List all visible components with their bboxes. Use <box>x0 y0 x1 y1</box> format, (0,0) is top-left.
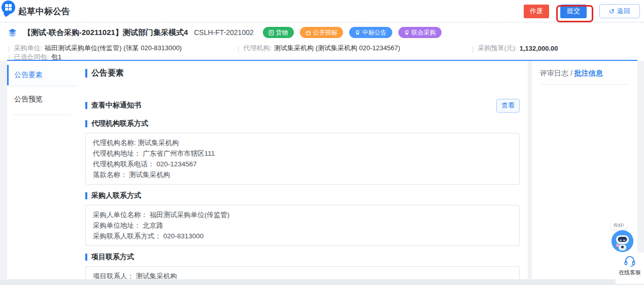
tag-goods: 货物 <box>263 27 294 38</box>
project-contact-box: 项目联系人： 测试集采机构 联系电话： 020-1234567 <box>85 266 520 279</box>
agency-info: | 代理机构: 测试集采机构 (测试集采机构 020-1234567) <box>238 44 400 53</box>
void-button[interactable]: 作废 <box>524 5 549 18</box>
agency-name-line: 代理机构名称: 测试集采机构 <box>93 137 512 148</box>
back-button[interactable]: ↺ 返回 <box>599 4 640 18</box>
award-notice-title: 查看中标通知书 <box>85 101 141 110</box>
purchaser-phone-line: 采购联系人联系方式： 020-8313000 <box>93 231 512 241</box>
purchaser-contact-section: 采购人联系方式 采购人单位名称： 福田测试采购单位(传监管) 采购单位地址： 北… <box>85 191 520 246</box>
purchaser-value: 福田测试采购单位(传监管) (张某 020-8313000) <box>45 44 182 53</box>
announcement-icon <box>355 30 360 35</box>
tag-award-notice: 中标公告 <box>349 27 392 38</box>
heading-accent-bar <box>85 69 87 78</box>
announcement-icon <box>404 30 410 35</box>
greeting-bubble: 你好! <box>611 221 627 230</box>
purchaser-contact-title: 采购人联系方式 <box>91 191 141 200</box>
project-contact-title: 项目联系方式 <box>91 253 134 262</box>
agency-contact-box: 代理机构名称: 测试集采机构 代理机构地址： 广东省广州市市辖区111 代理机构… <box>85 133 520 185</box>
project-contact-section: 项目联系方式 项目联系人： 测试集采机构 联系电话： 020-1234567 <box>85 253 520 279</box>
project-tags: 货物 公开招标 中标公告 联合采购 <box>263 27 442 38</box>
project-contact-line: 项目联系人： 测试集采机构 <box>93 271 512 279</box>
purchaser-info: | 采购单位: 福田测试采购单位(传监管) (张某 020-8313000) <box>8 44 182 53</box>
top-header: 起草中标公告 作废 提交 ↺ 返回 <box>0 0 644 22</box>
purchaser-address-line: 采购单位地址： 北京路 <box>93 220 512 231</box>
project-code: CSLH-FT-2021002 <box>194 28 254 37</box>
agency-address-line: 代理机构地址： 广东省广州市市辖区111 <box>93 148 512 159</box>
review-log-label[interactable]: 评审日志 <box>540 69 568 77</box>
back-button-label: 返回 <box>617 7 630 16</box>
purchaser-name-line: 采购人单位名称： 福田测试采购单位(传监管) <box>93 209 512 220</box>
agency-label: 代理机构: <box>243 44 272 53</box>
purchaser-label: 采购单位: <box>14 44 42 53</box>
project-name: 【测试-联合采购-20211021】测试部门集采模式4 <box>23 28 188 38</box>
tab-announcement-elements[interactable]: 公告要素 <box>7 65 77 85</box>
annotation-info-link[interactable]: 批注信息 <box>574 69 603 77</box>
bottom-scrollbar-track[interactable] <box>0 280 644 285</box>
agency-contact-title: 代理机构联系方式 <box>91 119 148 128</box>
sidebar-divider <box>13 115 71 115</box>
budget-value: 1,132,000.00 <box>520 45 558 52</box>
tab-announcement-preview[interactable]: 公告预览 <box>7 89 77 110</box>
page-title: 起草中标公告 <box>18 6 70 17</box>
left-sidebar: 公告要素 公告预览 <box>7 61 77 279</box>
review-log-header: 评审日志 / 批注信息 <box>540 69 629 78</box>
back-arrow-icon: ↺ <box>609 8 615 15</box>
layers-icon <box>8 28 17 37</box>
tag-joint-procurement: 联合采购 <box>398 27 442 38</box>
app-menu-bubble-icon[interactable] <box>2 1 15 14</box>
agency-value: 测试集采机构 (测试集采机构 020-1234567) <box>274 44 400 53</box>
project-banner: 【测试-联合采购-20211021】测试部门集采模式4 CSLH-FT-2021… <box>0 23 644 61</box>
document-icon <box>268 30 274 35</box>
tag-open-tender: 公开招标 <box>300 27 343 38</box>
headset-icon <box>624 256 636 267</box>
online-service-card[interactable]: 在线客服 <box>616 253 644 284</box>
submit-button[interactable]: 提交 <box>560 5 587 18</box>
content-heading: 公告要素 <box>85 68 520 79</box>
main-content: 公告要素 查看中标通知书 查看 代理机构联系方式 代理机构名称: 测试集采机构 … <box>77 61 528 279</box>
header-buttons: 作废 提交 ↺ 返回 <box>524 0 640 22</box>
basket-icon <box>306 30 311 35</box>
panel-divider <box>540 84 629 85</box>
award-notice-row: 查看中标通知书 查看 <box>85 98 520 113</box>
budget-label: 采购预算(元): <box>478 44 517 53</box>
view-notice-button[interactable]: 查看 <box>496 99 520 113</box>
budget-info: | 采购预算(元): 1,132,000.00 <box>472 44 558 53</box>
purchaser-contact-box: 采购人单位名称： 福田测试采购单位(传监管) 采购单位地址： 北京路 采购联系人… <box>85 205 520 246</box>
online-service-label: 在线客服 <box>619 269 641 276</box>
agency-contact-section: 代理机构联系方式 代理机构名称: 测试集采机构 代理机构地址： 广东省广州市市辖… <box>85 119 520 185</box>
agency-signoff-line: 落款名称： 测试集采机构 <box>93 169 512 180</box>
robot-assistant-icon[interactable] <box>612 230 633 252</box>
agency-phone-line: 代理机构联系电话： 020-1234567 <box>93 159 512 169</box>
grid-icon <box>5 4 12 11</box>
